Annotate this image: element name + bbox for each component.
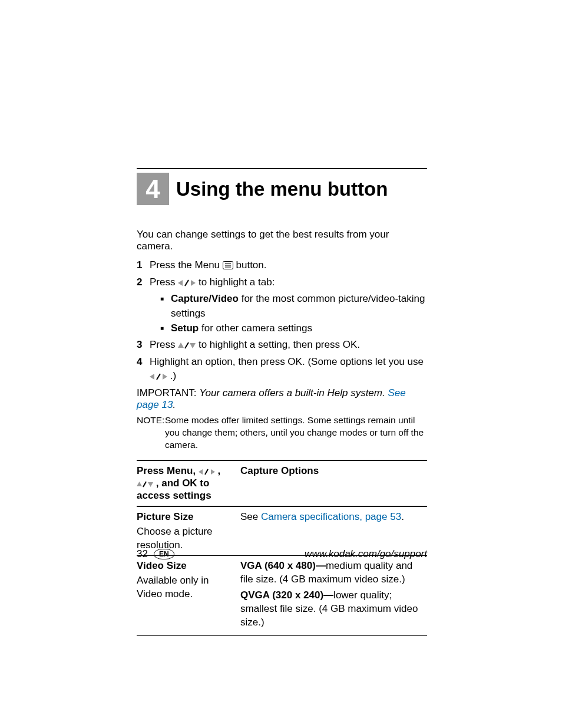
- table-header-row: Press Menu, , , and OK to access setting…: [137, 460, 427, 506]
- important-note: IMPORTANT: Your camera offers a built-in…: [137, 387, 427, 411]
- left-right-icon: [199, 469, 215, 475]
- svg-marker-10: [150, 374, 154, 380]
- intro-text: You can change settings to get the best …: [137, 229, 427, 252]
- step-1: Press the Menu button.: [137, 258, 427, 273]
- up-down-icon: [137, 481, 153, 487]
- video-size-cell: Video Size Available only in Video mode.: [137, 556, 240, 636]
- spec-link[interactable]: Camera specifications, page 53: [261, 511, 401, 522]
- left-right-icon: [150, 373, 167, 380]
- step-1-text-a: Press the Menu: [150, 259, 223, 271]
- table-head-left: Press Menu, , , and OK to access setting…: [137, 460, 240, 506]
- language-badge: EN: [154, 549, 174, 559]
- svg-marker-18: [148, 482, 153, 487]
- step-2-sub-2-bold: Setup: [171, 322, 199, 334]
- step-2-text-b: to highlight a tab:: [199, 276, 275, 288]
- step-2-sub-2: Setup for other camera settings: [160, 321, 427, 336]
- step-2-sublist: Capture/Video for the most common pictur…: [160, 292, 427, 335]
- table-row: Video Size Available only in Video mode.…: [137, 556, 427, 636]
- svg-line-17: [143, 482, 146, 487]
- svg-marker-15: [211, 469, 215, 475]
- svg-marker-6: [191, 280, 196, 286]
- vga-label: VGA (640 x 480)—: [240, 560, 326, 571]
- step-4: Highlight an option, then press OK. (Som…: [137, 355, 427, 384]
- video-size-sub: Available only in Video mode.: [137, 574, 237, 601]
- page-content: 4 Using the menu button You can change s…: [137, 168, 427, 636]
- svg-marker-16: [137, 482, 142, 486]
- steps-list: Press the Menu button. Press to highligh…: [137, 258, 427, 384]
- svg-marker-13: [199, 469, 203, 475]
- chapter-title: Using the menu button: [176, 178, 388, 200]
- step-3-text-b: to highlight a setting, then press OK.: [199, 339, 360, 350]
- step-4-text-a: Highlight an option, then press OK. (Som…: [150, 356, 424, 367]
- svg-marker-12: [163, 374, 167, 380]
- step-2: Press to highlight a tab: Capture/Video …: [137, 275, 427, 336]
- up-down-icon: [178, 342, 196, 349]
- svg-marker-7: [178, 342, 184, 348]
- video-size-desc: VGA (640 x 480)—medium quality and file …: [240, 556, 427, 636]
- step-1-text-b: button.: [236, 259, 267, 271]
- step-3: Press to highlight a setting, then press…: [137, 338, 427, 353]
- footer-url[interactable]: www.kodak.com/go/support: [305, 548, 427, 560]
- svg-marker-9: [190, 343, 196, 348]
- svg-line-5: [185, 280, 189, 286]
- qvga-label: QVGA (320 x 240)—: [240, 589, 333, 601]
- step-2-text-a: Press: [150, 276, 178, 288]
- step-3-text-a: Press: [150, 339, 178, 350]
- important-label: IMPORTANT:: [137, 387, 196, 398]
- page-number: 32: [137, 548, 148, 560]
- menu-icon: [223, 261, 233, 269]
- left-right-icon: [178, 279, 196, 286]
- svg-line-8: [185, 342, 189, 348]
- svg-line-14: [205, 469, 208, 475]
- step-2-sub-1: Capture/Video for the most common pictur…: [160, 292, 427, 321]
- video-size-title: Video Size: [137, 560, 187, 571]
- footer-left: 32 EN: [137, 548, 174, 560]
- picture-size-title: Picture Size: [137, 511, 193, 522]
- page-footer: 32 EN www.kodak.com/go/support: [137, 548, 427, 560]
- note-label: NOTE:: [137, 414, 165, 452]
- step-2-sub-1-bold: Capture/Video: [171, 293, 239, 304]
- chapter-number: 4: [137, 173, 169, 205]
- note-body: Some modes offer limited settings. Some …: [165, 414, 427, 452]
- step-2-sub-2-rest: for other camera settings: [199, 322, 312, 334]
- note-row: NOTE: Some modes offer limited settings.…: [137, 414, 427, 452]
- table-head-right: Capture Options: [240, 460, 427, 506]
- svg-line-11: [157, 374, 160, 380]
- chapter-heading: 4 Using the menu button: [137, 173, 427, 205]
- top-rule: [137, 168, 427, 169]
- svg-marker-4: [178, 280, 183, 286]
- step-4-text-b: .): [170, 370, 176, 381]
